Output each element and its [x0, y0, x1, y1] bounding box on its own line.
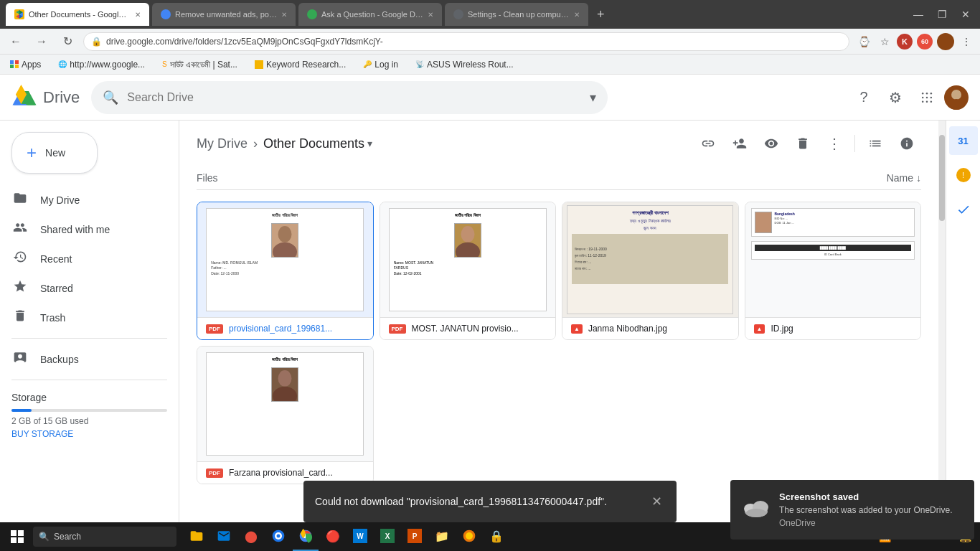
recent-icon	[11, 250, 29, 268]
search-dropdown-icon[interactable]: ▾	[590, 90, 596, 105]
new-tab-button[interactable]: +	[591, 7, 611, 22]
drive-logo[interactable]: Drive	[11, 85, 80, 110]
my-drive-icon	[11, 191, 29, 209]
search-input[interactable]	[127, 91, 581, 104]
buy-storage-link[interactable]: BUY STORAGE	[11, 429, 167, 439]
img-icon-3: ▲	[571, 324, 583, 334]
tab-2[interactable]: Remove unwanted ads, pop-ups... ✕	[152, 3, 296, 26]
drive-logo-text: Drive	[43, 88, 80, 107]
taskbar-app-9[interactable]: P	[402, 522, 428, 551]
download-error-close-button[interactable]: ✕	[649, 491, 665, 512]
breadcrumb-current[interactable]: Other Documents ▾	[263, 136, 372, 151]
history-icon[interactable]: ⌚	[855, 34, 873, 49]
file-card-1[interactable]: জাতীয় পরিচয় বিভাগ Name: MD. ROMIJUL IS…	[197, 202, 374, 340]
sidebar: + New My Drive Shared with me Recent	[0, 121, 179, 551]
user-k-icon[interactable]: K	[897, 34, 913, 50]
onedrive-text: The screenshot was added to your OneDriv…	[779, 505, 963, 515]
scrollbar-thumb[interactable]	[939, 135, 945, 221]
list-view-button[interactable]	[861, 129, 890, 158]
taskbar-app-7[interactable]: W	[347, 522, 373, 551]
file-card-4[interactable]: Bangladesh NID No: ... DOB: 11 Jan ... █…	[745, 202, 922, 340]
storage-label: Storage	[11, 392, 167, 403]
breadcrumb-parent[interactable]: My Drive	[197, 136, 248, 151]
search-bar[interactable]: 🔍 ▾	[91, 81, 608, 114]
sidebar-item-trash[interactable]: Trash	[0, 303, 173, 332]
tab-title-3: Ask a Question - Google Drive H...	[321, 10, 423, 19]
bookmark-star-icon[interactable]: ☆	[877, 34, 892, 49]
check-button[interactable]	[949, 195, 978, 224]
file-card-3[interactable]: গণপ্রজাতন্ত্রী বাংলাদেশ তথ্য ও মৃত্যু নি…	[562, 202, 739, 340]
taskbar-app-3[interactable]: ⬤	[238, 522, 264, 551]
taskbar-chrome[interactable]	[293, 522, 319, 551]
error-suffix: .	[604, 496, 607, 507]
file-card-5[interactable]: জাতীয় পরিচয় বিভাগ PDF Farzana provisio…	[197, 346, 374, 484]
login-favicon: 🔑	[363, 60, 372, 68]
bookmark-keyword[interactable]: Keyword Research...	[250, 58, 350, 71]
svg-point-27	[461, 226, 474, 242]
menu-icon[interactable]: ⋮	[958, 34, 974, 49]
tab-4[interactable]: Settings - Clean up computer ✕	[445, 3, 588, 26]
refresh-button[interactable]: ↻	[57, 32, 77, 52]
sidebar-item-my-drive[interactable]: My Drive	[0, 185, 173, 215]
shared-icon	[11, 220, 29, 238]
bookmark-apps[interactable]: Apps	[6, 58, 45, 71]
settings-button[interactable]: ⚙	[881, 83, 910, 112]
tab-close-2[interactable]: ✕	[281, 11, 287, 19]
bookmark-sat[interactable]: S সাউট একাডেমী | Sat...	[158, 58, 242, 71]
new-button[interactable]: + New	[11, 132, 98, 174]
taskbar-app-10[interactable]: 📁	[429, 522, 455, 551]
start-button[interactable]	[3, 522, 32, 551]
tasks-badge-button[interactable]: !	[949, 161, 978, 189]
sidebar-item-shared[interactable]: Shared with me	[0, 215, 173, 244]
more-options-button[interactable]: ⋮	[820, 129, 849, 158]
link-button[interactable]	[694, 129, 722, 158]
bookmark-asus[interactable]: 📡 ASUS Wireless Rout...	[411, 58, 518, 71]
files-title: Files	[197, 172, 218, 184]
bookmark-sat-label: সাউট একাডেমী | Sat...	[170, 60, 237, 70]
tab-active[interactable]: Other Documents - Google Drive ✕	[6, 3, 149, 26]
sort-button[interactable]: Name ↓	[887, 172, 921, 184]
add-person-button[interactable]	[725, 129, 754, 158]
maximize-button[interactable]: ❐	[933, 7, 951, 22]
tab-3[interactable]: Ask a Question - Google Drive H... ✕	[298, 3, 442, 26]
taskbar-app-12[interactable]: 🔒	[484, 522, 509, 551]
help-button[interactable]: ?	[849, 83, 878, 112]
file-card-2[interactable]: জাতীয় পরিচয় বিভাগ Name: MOST. JANATUN …	[380, 202, 557, 340]
toolbar-actions: ⋮	[694, 129, 921, 158]
tab-close-4[interactable]: ✕	[574, 11, 580, 19]
taskbar-app-6[interactable]: 🔴	[320, 522, 346, 551]
taskbar-firefox[interactable]	[456, 522, 482, 551]
taskbar-app-8[interactable]: X	[374, 522, 400, 551]
minimize-button[interactable]: —	[909, 7, 928, 22]
info-button[interactable]	[892, 129, 921, 158]
sidebar-item-recent[interactable]: Recent	[0, 244, 173, 273]
url-bar[interactable]: 🔒 drive.google.com/drive/folders/1zcv5Ea…	[83, 32, 849, 51]
onedrive-title: Screenshot saved	[779, 491, 963, 502]
taskbar-search[interactable]: 🔍 Search	[33, 527, 176, 547]
apps-grid-button[interactable]	[913, 83, 941, 112]
delete-button[interactable]	[788, 129, 817, 158]
user-avatar-addr[interactable]	[937, 33, 954, 50]
user-avatar[interactable]	[944, 85, 969, 110]
asus-favicon: 📡	[415, 60, 424, 68]
taskbar-mail[interactable]	[211, 522, 237, 551]
tab-close-3[interactable]: ✕	[428, 11, 433, 19]
notification-count-icon[interactable]: 60	[917, 34, 933, 50]
back-button[interactable]: ←	[6, 32, 26, 52]
header-icons: ? ⚙	[849, 83, 969, 112]
file-preview-5: জাতীয় পরিচয় বিভাগ	[197, 347, 373, 461]
bookmark-google[interactable]: 🌐 http://www.google...	[54, 58, 149, 71]
calendar-button[interactable]: 31	[949, 126, 978, 155]
apps-grid-icon	[10, 60, 19, 69]
forward-button[interactable]: →	[32, 32, 52, 52]
tab-close-active[interactable]: ✕	[135, 11, 141, 19]
taskbar-file-explorer[interactable]	[184, 522, 209, 551]
sidebar-item-starred[interactable]: Starred	[0, 273, 173, 303]
preview-button[interactable]	[757, 129, 786, 158]
svg-point-29	[278, 370, 292, 387]
close-button[interactable]: ✕	[957, 7, 974, 22]
sidebar-item-backups[interactable]: Backups	[0, 344, 173, 374]
tasks-badge: !	[956, 168, 971, 182]
taskbar-app-4[interactable]	[265, 522, 291, 551]
bookmark-login[interactable]: 🔑 Log in	[359, 58, 402, 71]
